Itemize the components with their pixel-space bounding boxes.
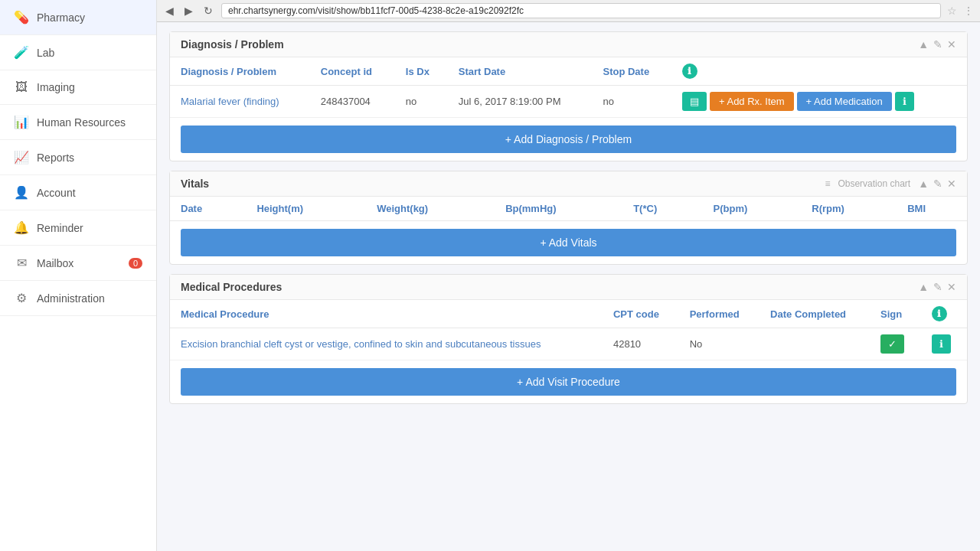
procedure-sign: ✓: [870, 328, 921, 360]
diagnosis-row-actions: ▤ + Add Rx. Item + Add Medication ℹ: [671, 86, 967, 118]
procedures-header-actions: ▲ ✎ ✕: [918, 281, 956, 293]
back-button[interactable]: ◀: [163, 5, 176, 17]
procedures-info-header-icon: ℹ: [932, 306, 947, 321]
col-actions: ℹ: [921, 300, 967, 328]
sidebar-item-administration[interactable]: ⚙ Administration: [0, 281, 156, 316]
sidebar-item-lab[interactable]: 🧪 Lab: [0, 35, 156, 70]
sidebar-label-account: Account: [37, 187, 76, 199]
medical-procedures-section: Medical Procedures ▲ ✎ ✕ Medical Procedu…: [169, 274, 968, 404]
menu-icon: ⋮: [963, 5, 974, 17]
diagnosis-header-actions: ▲ ✎ ✕: [918, 38, 956, 51]
col-is-dx: Is Dx: [395, 57, 448, 86]
col-date-completed: Date Completed: [760, 300, 870, 328]
reminder-icon: 🔔: [14, 220, 29, 235]
vitals-header-actions: ≡ Observation chart ▲ ✎ ✕: [825, 178, 956, 190]
imaging-icon: 🖼: [14, 80, 29, 94]
procedure-performed: No: [679, 328, 760, 360]
sidebar-item-pharmacy[interactable]: 💊 Pharmacy: [0, 0, 156, 35]
sidebar-item-mailbox[interactable]: ✉ Mailbox 0: [0, 246, 156, 281]
diagnosis-name: Malarial fever (finding): [170, 86, 310, 118]
url-bar[interactable]: [221, 3, 941, 18]
sidebar-item-reports[interactable]: 📈 Reports: [0, 140, 156, 175]
col-weight: Weight(kg): [366, 197, 495, 221]
vitals-header: Vitals ≡ Observation chart ▲ ✎ ✕: [170, 171, 967, 197]
sidebar-item-account[interactable]: 👤 Account: [0, 175, 156, 210]
diagnosis-close-btn[interactable]: ✕: [947, 38, 956, 51]
sidebar: 💊 Pharmacy 🧪 Lab 🖼 Imaging 📊 Human Resou…: [0, 0, 157, 551]
star-icon: ☆: [947, 5, 957, 17]
diagnosis-table: Diagnosis / Problem Concept id Is Dx Sta…: [170, 57, 967, 118]
col-diagnosis: Diagnosis / Problem: [170, 57, 310, 86]
procedures-collapse-btn[interactable]: ▲: [918, 281, 929, 293]
vitals-table: Date Height(m) Weight(kg) Bp(mmHg) T(*C)…: [170, 197, 967, 221]
mailbox-badge: 0: [129, 258, 142, 269]
col-resp: R(rpm): [801, 197, 897, 221]
browser-bar: ◀ ▶ ↻ ☆ ⋮: [157, 0, 980, 22]
table-row: Excision branchial cleft cyst or vestige…: [170, 328, 967, 360]
vitals-edit-btn[interactable]: ✎: [933, 178, 942, 190]
procedure-sign-btn[interactable]: ✓: [880, 334, 904, 354]
diagnosis-edit-btn[interactable]: ✎: [933, 38, 942, 51]
col-height: Height(m): [246, 197, 366, 221]
procedure-link[interactable]: Excision branchial cleft cyst or vestige…: [181, 338, 541, 350]
add-vitals-btn[interactable]: + Add Vitals: [181, 229, 956, 256]
sidebar-label-lab: Lab: [37, 47, 54, 59]
vitals-collapse-btn[interactable]: ▲: [918, 178, 929, 190]
col-bp: Bp(mmHg): [495, 197, 622, 221]
col-stop-date: Stop Date: [592, 57, 671, 86]
diagnosis-title: Diagnosis / Problem: [181, 38, 284, 51]
add-medication-btn[interactable]: + Add Medication: [797, 92, 892, 111]
sidebar-item-reminder[interactable]: 🔔 Reminder: [0, 210, 156, 246]
diagnosis-link[interactable]: Malarial fever (finding): [181, 96, 279, 107]
diagnosis-header: Diagnosis / Problem ▲ ✎ ✕: [170, 32, 967, 57]
add-diagnosis-btn[interactable]: + Add Diagnosis / Problem: [181, 126, 956, 153]
col-pulse: P(bpm): [703, 197, 802, 221]
sidebar-label-administration: Administration: [37, 292, 105, 305]
procedures-table: Medical Procedure CPT code Performed Dat…: [170, 300, 967, 360]
lab-icon: 🧪: [14, 45, 29, 60]
pharmacy-icon: 💊: [14, 10, 29, 24]
obs-chart-label: ≡: [825, 178, 830, 189]
procedures-header: Medical Procedures ▲ ✎ ✕: [170, 275, 967, 300]
diagnosis-concept-id: 248437004: [310, 86, 395, 118]
col-sign: Sign: [870, 300, 921, 328]
sidebar-label-human-resources: Human Resources: [37, 116, 126, 129]
diagnosis-info-header-icon: ℹ: [682, 64, 697, 79]
vitals-section: Vitals ≡ Observation chart ▲ ✎ ✕ Date He…: [169, 171, 968, 265]
col-procedure: Medical Procedure: [170, 300, 603, 328]
content-area: Diagnosis / Problem ▲ ✎ ✕ Diagnosis / Pr…: [157, 22, 980, 551]
sidebar-item-imaging[interactable]: 🖼 Imaging: [0, 70, 156, 105]
mailbox-icon: ✉: [14, 256, 29, 270]
refresh-button[interactable]: ↻: [201, 5, 215, 17]
diagnosis-section: Diagnosis / Problem ▲ ✎ ✕ Diagnosis / Pr…: [169, 31, 968, 161]
sidebar-label-imaging: Imaging: [37, 81, 75, 93]
diagnosis-collapse-btn[interactable]: ▲: [918, 38, 929, 51]
col-temp: T(*C): [622, 197, 702, 221]
col-start-date: Start Date: [448, 57, 593, 86]
procedure-info-btn[interactable]: ℹ: [932, 334, 951, 354]
diagnosis-info-btn[interactable]: ℹ: [895, 92, 914, 111]
diagnosis-view-btn[interactable]: ▤: [682, 92, 707, 111]
sidebar-label-reminder: Reminder: [37, 222, 83, 234]
main-area: ◀ ▶ ↻ ☆ ⋮ Diagnosis / Problem ▲ ✎ ✕ Diag…: [157, 0, 980, 551]
administration-icon: ⚙: [14, 291, 29, 305]
vitals-title: Vitals: [181, 178, 209, 190]
account-icon: 👤: [14, 185, 29, 200]
add-rx-btn[interactable]: + Add Rx. Item: [710, 92, 794, 111]
procedure-info: ℹ: [921, 328, 967, 360]
procedure-date-completed: [760, 328, 870, 360]
sidebar-item-human-resources[interactable]: 📊 Human Resources: [0, 105, 156, 140]
diagnosis-start-date: Jul 6, 2017 8:19:00 PM: [448, 86, 593, 118]
vitals-close-btn[interactable]: ✕: [947, 178, 956, 190]
col-info-header: ℹ: [671, 57, 967, 86]
reports-icon: 📈: [14, 150, 29, 165]
add-procedure-btn[interactable]: + Add Visit Procedure: [181, 368, 956, 396]
sidebar-label-mailbox: Mailbox: [37, 257, 74, 269]
human-resources-icon: 📊: [14, 115, 29, 129]
diagnosis-stop-date: no: [592, 86, 671, 118]
procedures-close-btn[interactable]: ✕: [947, 281, 956, 293]
obs-chart-text: Observation chart: [838, 178, 910, 189]
forward-button[interactable]: ▶: [182, 5, 195, 17]
procedures-edit-btn[interactable]: ✎: [933, 281, 942, 293]
diagnosis-is-dx: no: [395, 86, 448, 118]
